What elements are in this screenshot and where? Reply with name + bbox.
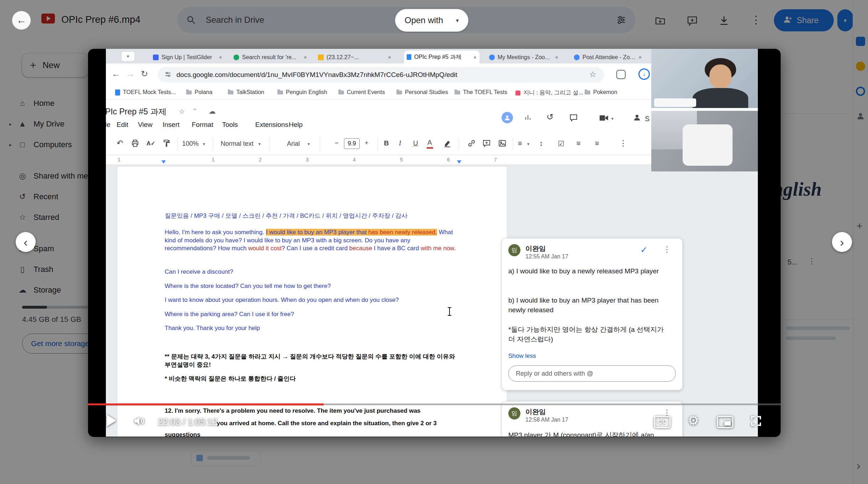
back-arrow-icon: ← [16,15,26,26]
rec-bookmark: Pokemon [585,89,617,96]
chevron-down-icon: ▾ [527,141,529,146]
cloud-status-icon: ☁ [209,107,216,115]
chevron-left-icon: ‹ [24,235,27,249]
rec-history-icon: ↺ [546,112,554,122]
separator [269,138,269,150]
video-player[interactable]: ▾ Sign Up | TestGlider× Search result fo… [88,49,781,437]
folder-icon [454,91,460,94]
toolbar-more-icon: ⋮ [619,139,627,148]
star-icon: ☆ [179,108,185,115]
video-progress-fill [88,403,324,405]
rec-menu-tools: Tools [222,121,238,129]
rec-tab: Search result for 're...× [231,51,310,63]
open-with-label: Open with [405,15,443,25]
commenter-avatar: 임 [508,244,520,256]
previous-file-button[interactable]: ‹ [16,232,36,252]
ruler-number: 2 [259,157,262,163]
play-button[interactable] [107,415,116,427]
rec-tab-label: My Meetings - Zoo... [498,54,550,61]
rec-bookmark-star-icon: ☆ [589,70,596,79]
rec-meet-icon [599,114,608,123]
rec-docs-favicon [407,54,411,60]
rec-activity-icon [524,113,532,123]
separator [177,138,178,150]
rec-menu-insert: Insert [163,121,180,129]
separator [377,138,378,150]
doc-question: Where is the parking area? Can I use it … [165,310,294,319]
line-spacing-icon: ↕ [539,139,543,148]
bold-icon: B [384,139,389,147]
rec-bookmark: 지니 : 음악, 그리고 설... [515,89,583,97]
rec-comment-icon [569,113,578,123]
ruler-number: 1 [212,157,215,163]
rec-bookmark-label: TalkStation [236,89,264,96]
rec-doc-title: OPIc Prep #5 과제 [106,106,166,117]
rec-tab-label: Sign Up | TestGlider [161,54,212,61]
resolve-check-icon: ✓ [640,245,647,255]
rec-tab: Post Attendee - Zoo...× [571,51,644,63]
doc-segment: I have a BC card [372,245,421,252]
picture-in-picture-button[interactable] [717,416,733,428]
fullscreen-button[interactable] [750,415,762,429]
rec-bookmark: Polana [186,89,212,96]
rec-zoom-favicon [489,55,495,60]
ruler-number: 3 [306,157,309,163]
webcam-name-blur [654,98,696,107]
volume-button[interactable] [133,415,146,429]
rec-menu-extensions: Extensions [255,121,288,129]
doc-task-line: you arrived at home. Call the store and … [217,419,437,427]
comment-text: a) I would like to buy a newly released … [508,266,669,276]
video-progress-track[interactable] [88,403,781,405]
captions-button[interactable]: CC [654,416,671,428]
rec-favicon [233,55,239,60]
rec-avatar [502,112,513,123]
font-select: Arial [287,140,300,148]
separator [213,138,213,150]
chevron-right-icon: › [840,235,844,249]
back-button[interactable]: ← [12,11,31,30]
numbered-list-icon: ≡ [595,139,599,148]
text-cursor [449,307,450,316]
close-icon: × [473,54,477,60]
doc-segment: Hello, I'm here to ask you something. [165,229,266,236]
rec-bookmark: TalkStation [228,89,264,96]
doc-segment: would it cost [248,245,282,252]
close-icon: × [555,54,558,60]
doc-question: Where is the store located? Can you tell… [165,282,331,290]
commenter-name: 이완임 [525,244,546,253]
rec-bookmark: Penguin English [277,89,327,96]
settings-button[interactable]: ⚙ [688,413,699,428]
rec-reload-icon: ↻ [141,69,148,79]
pip-inner [724,421,731,426]
zoom-select: 100% [182,140,199,148]
folder-icon [277,91,283,94]
rec-menu-file: File [106,121,111,129]
ruler-number: 5 [400,157,403,163]
bulleted-list-icon: ≡ [576,139,581,148]
doc-task-line: suggestions [165,431,200,437]
separator [513,138,513,150]
doc-segment-highlight: has been newly released. [368,229,437,236]
rec-favicon [318,55,324,60]
doc-note: * 비슷한 맥락의 질문은 하나로 통합한다 / 줄인다 [165,375,461,383]
increase-font-icon: + [365,139,369,147]
commenter-avatar: 임 [508,407,520,419]
next-file-button[interactable]: › [832,232,852,252]
rec-tab-label: (23.12.27~... [327,54,359,61]
doc-segment: with me now [421,245,454,252]
print-icon [131,139,139,149]
italic-icon: I [399,139,401,147]
chevron-down-icon: ▾ [258,141,261,146]
screen: OPIc Prep #6.mp4 Search in Drive [0,0,868,484]
webcam-person-body [693,88,748,108]
open-with-button[interactable]: Open with ▾ [395,9,468,32]
rec-doc-icon [115,89,120,96]
rec-download-progress-icon: ↓ [638,68,650,80]
rec-menu-edit: Edit [117,121,128,129]
decrease-font-icon: − [335,139,339,147]
link-icon [467,139,476,149]
rec-extension-icon [616,70,626,79]
rec-bookmark-label: Penguin English [286,89,327,96]
doc-question: Thank you. Thank you for your help [165,324,260,333]
folder-icon [396,91,402,94]
